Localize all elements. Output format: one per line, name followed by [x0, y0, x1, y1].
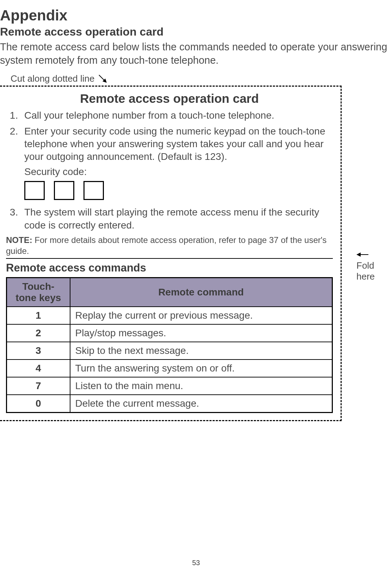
fold-here-label: Fold here — [356, 250, 375, 282]
step-2-text: Enter your security code using the numer… — [24, 126, 325, 162]
appendix-heading: Appendix — [0, 7, 392, 24]
commands-heading: Remote access commands — [6, 262, 333, 274]
cmd-cell: Listen to the main menu. — [70, 377, 332, 395]
security-code-boxes — [24, 181, 333, 203]
cut-along-label: Cut along dotted line — [11, 73, 95, 84]
note-text: NOTE: For more details about remote acce… — [6, 235, 333, 256]
key-cell: 2 — [7, 324, 70, 342]
security-code-box-1[interactable] — [24, 181, 45, 200]
commands-table: Touch-tone keys Remote command 1 Replay … — [6, 277, 333, 413]
section-heading: Remote access operation card — [0, 25, 392, 38]
table-header-row: Touch-tone keys Remote command — [7, 277, 332, 307]
table-row: 7 Listen to the main menu. — [7, 377, 332, 395]
step-1: Call your telephone number from a touch-… — [21, 109, 333, 122]
key-cell: 3 — [7, 342, 70, 360]
table-row: 1 Replay the current or previous message… — [7, 307, 332, 324]
security-code-box-3[interactable] — [83, 181, 104, 200]
step-3: The system will start playing the remote… — [21, 206, 333, 232]
table-row: 2 Play/stop messages. — [7, 324, 332, 342]
note-body: For more details about remote access ope… — [6, 235, 326, 256]
table-row: 4 Turn the answering system on or off. — [7, 360, 332, 377]
key-cell: 4 — [7, 360, 70, 377]
fold-text-1: Fold — [356, 260, 374, 271]
security-code-box-2[interactable] — [54, 181, 74, 200]
note-label: NOTE: — [6, 235, 32, 245]
table-row: 3 Skip to the next message. — [7, 342, 332, 360]
table-row: 0 Delete the current message. — [7, 395, 332, 413]
col-header-command: Remote command — [70, 277, 332, 307]
card-title: Remote access operation card — [6, 92, 333, 106]
fold-text-2: here — [356, 271, 375, 282]
cmd-cell: Play/stop messages. — [70, 324, 332, 342]
intro-text: The remote access card below lists the c… — [0, 40, 392, 67]
key-cell: 0 — [7, 395, 70, 413]
page-number: 53 — [0, 559, 392, 567]
step-2: Enter your security code using the numer… — [21, 125, 333, 204]
cmd-cell: Skip to the next message. — [70, 342, 332, 360]
svg-marker-3 — [356, 252, 361, 257]
cmd-cell: Replay the current or previous message. — [70, 307, 332, 324]
cmd-cell: Turn the answering system on or off. — [70, 360, 332, 377]
fold-divider-line — [6, 258, 333, 259]
arrow-left-icon — [356, 250, 375, 261]
security-code-label: Security code: — [24, 165, 333, 178]
key-cell: 1 — [7, 307, 70, 324]
operation-card: Remote access operation card Call your t… — [0, 86, 342, 421]
col-header-keys: Touch-tone keys — [7, 277, 70, 307]
key-cell: 7 — [7, 377, 70, 395]
cmd-cell: Delete the current message. — [70, 395, 332, 413]
arrow-down-right-icon — [98, 74, 110, 87]
